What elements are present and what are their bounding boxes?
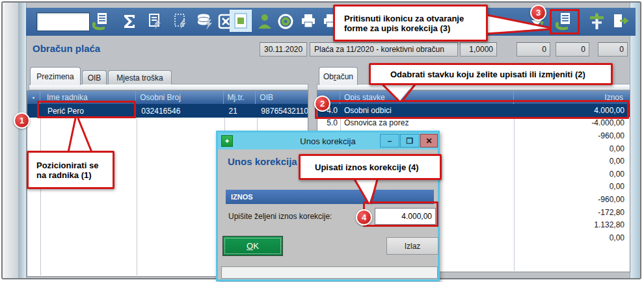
tab-prezimena[interactable]: Prezimena [30, 67, 81, 85]
callout-step2: Odabrati stavku koju želite upisati ili … [369, 63, 613, 85]
item-cell: -960,00 [514, 129, 630, 142]
counter-field[interactable]: 0 [556, 42, 589, 57]
page-title: Obračun plaća [33, 43, 100, 54]
doc-lightning-icon[interactable] [146, 12, 165, 31]
step-circle-2: 2 [314, 96, 330, 112]
counter-field[interactable]: 0 [598, 42, 628, 57]
app-window: Obračun plaća 30.11.2020 Plaća za 11/202… [1, 1, 641, 279]
left-collapsed-panel [3, 3, 18, 278]
item-cell: 0,00 [514, 231, 630, 244]
counter-field[interactable]: 0 [517, 42, 550, 57]
tab-obracun[interactable]: Obračun [319, 67, 358, 85]
database-lightning-icon[interactable] [195, 12, 215, 31]
col-3: Mj.tr. [224, 91, 256, 104]
exit-door-icon[interactable] [611, 12, 630, 31]
item-cell: 1.132,80 [514, 218, 630, 231]
notes-selected-icon[interactable] [230, 10, 252, 32]
maximize-button[interactable]: ❒ [400, 134, 420, 147]
callout-tail-step1 [61, 113, 100, 155]
col-4: OIB [256, 91, 308, 104]
step-circle-4: 4 [356, 209, 372, 225]
col-2: Osobni Broj [136, 91, 223, 104]
period-field[interactable]: Plaća za 11/2020 - korektivni obračun [310, 42, 458, 57]
item-cell: 0,00 [514, 155, 630, 168]
date-field[interactable]: 30.11.2020 [260, 42, 307, 57]
sigma-icon[interactable] [120, 12, 139, 31]
toolbar-search-input[interactable] [36, 12, 90, 31]
dialog-titlebar[interactable]: ✦ Unos korekcija – ❒ ✕ [218, 133, 438, 149]
printer-icon[interactable] [299, 12, 318, 31]
highlight-box-item-row [315, 100, 629, 119]
ok-button[interactable]: OK [222, 236, 283, 256]
callout-step1: Pozicionirati sena radnika (1) [27, 151, 114, 189]
payroll-doc-hand-icon[interactable] [90, 12, 110, 31]
screenshot-stage: Obračun plaća 30.11.2020 Plaća za 11/202… [0, 0, 644, 282]
dialog-heading: Unos korekcija [228, 156, 297, 167]
item-cell: 0,00 [514, 142, 630, 155]
left-splitter-bar[interactable] [18, 3, 27, 278]
item-cell: -960,00 [514, 193, 630, 206]
person-icon[interactable] [255, 12, 275, 31]
step-circle-1: 1 [14, 112, 30, 129]
callout-step3: Pritisnuti ikonicu za otvaranjeforme za … [333, 5, 488, 42]
signpost-icon[interactable] [587, 12, 606, 31]
close-button[interactable]: ✕ [420, 134, 438, 147]
callout-step4: Upisati iznos korekcije (4) [299, 154, 442, 180]
tab-oib[interactable]: OIB [82, 70, 107, 84]
item-cell: 0,00 [514, 168, 630, 181]
grid-lightning-icon[interactable] [171, 12, 191, 31]
employee-cell: 032416546 [136, 104, 223, 118]
minimize-button[interactable]: – [380, 134, 399, 147]
employee-cell: 21 [224, 104, 256, 118]
right-scroll-strip[interactable] [630, 3, 639, 278]
record-icon[interactable] [276, 12, 295, 31]
factor-field[interactable]: 1,0000 [460, 42, 497, 57]
step-circle-3: 3 [530, 5, 546, 21]
dialog-status-field[interactable] [221, 266, 438, 279]
item-cell: -172,80 [514, 206, 630, 219]
item-cell: 0,00 [514, 181, 630, 194]
tab-mjesta-tro-ka[interactable]: Mjesta troška [108, 70, 172, 84]
exit-button[interactable]: Izlaz [386, 237, 438, 255]
employee-cell: 98765432110 [256, 104, 308, 118]
amount-label: Upišite željeni iznos korekcije: [228, 212, 332, 221]
